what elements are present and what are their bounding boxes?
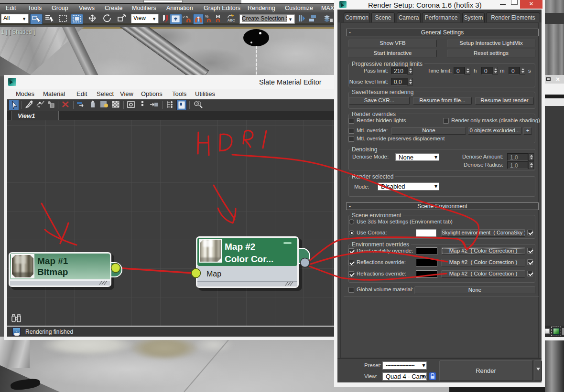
- svg-text:Bitmap: Bitmap: [37, 267, 68, 277]
- svg-text:Map: Map: [206, 270, 221, 278]
- svg-text:%: %: [205, 14, 208, 19]
- svg-text:ABC: ABC: [228, 18, 235, 22]
- svg-text:2.5: 2.5: [183, 15, 188, 19]
- svg-text:Color Cor...: Color Cor...: [225, 254, 273, 264]
- svg-text:Map #2: Map #2: [225, 242, 255, 252]
- svg-text:Map #1: Map #1: [37, 256, 68, 266]
